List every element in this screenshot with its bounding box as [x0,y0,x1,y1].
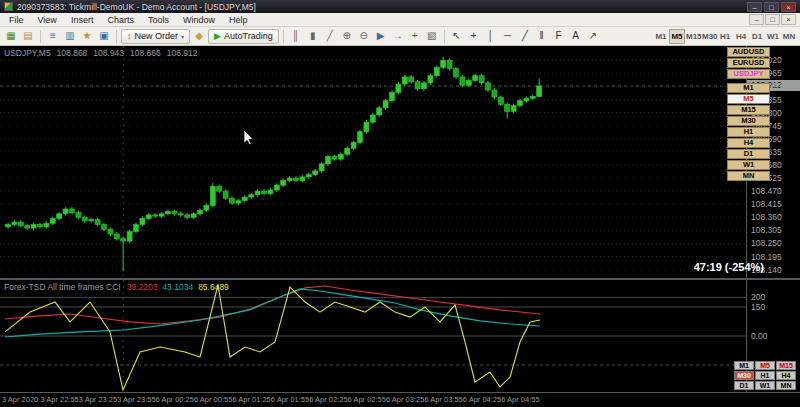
menu-window[interactable]: Window [176,14,222,26]
menu-insert[interactable]: Insert [64,14,101,26]
indicator-tf-button-mn[interactable]: MN [776,381,796,390]
side-timeframe-button-h4[interactable]: H4 [727,138,770,148]
zoom-in-icon[interactable]: ⊕ [339,29,355,44]
vertical-line-tool-icon[interactable]: │ [483,29,499,44]
price-chart: USDJPY,M5 108.868 108.943 108.866 108.91… [0,46,800,278]
terminal-icon[interactable]: ▣ [96,29,112,44]
menu-charts[interactable]: Charts [100,14,141,26]
menu-file[interactable]: File [2,14,31,26]
price-axis-label: 108.305 [751,225,782,235]
toolbar-timeframe-w1[interactable]: W1 [765,29,781,44]
time-axis-label: 3 Apr 23:25 [79,395,117,404]
cursor-tool-icon[interactable]: ↖ [449,29,465,44]
templates-icon[interactable]: ▧ [424,29,440,44]
menu-bar: FileViewInsertChartsToolsWindowHelp – □ … [0,13,800,27]
channel-tool-icon[interactable]: ‖ [534,29,550,44]
metaeditor-icon[interactable]: ◆ [191,29,207,44]
app-icon [4,2,13,11]
maximize-button[interactable]: □ [764,2,779,12]
chart-minimize-button[interactable]: – [749,14,764,25]
side-timeframe-button-h1[interactable]: H1 [727,127,770,137]
indicator-tf-button-h1[interactable]: H1 [755,371,775,380]
arrows-tool-icon[interactable]: ↗ [585,29,601,44]
toolbar-separator [116,30,117,43]
menu-tools[interactable]: Tools [141,14,176,26]
toolbar-timeframe-m1[interactable]: M1 [653,29,669,44]
menu-view[interactable]: View [31,14,64,26]
ohlc-low: 108.866 [130,48,161,58]
toolbar-separator [283,30,284,43]
indicator-tf-button-m5[interactable]: M5 [755,361,775,370]
indicator-tf-button-w1[interactable]: W1 [755,381,775,390]
indicator-tf-button-m30[interactable]: M30 [734,371,754,380]
chart-close-button[interactable]: × [781,14,796,25]
horizontal-line-tool-icon[interactable]: ─ [500,29,516,44]
chart-shift-icon[interactable]: → [390,29,406,44]
menu-help[interactable]: Help [222,14,255,26]
indicator-tf-button-m15[interactable]: M15 [776,361,796,370]
fibonacci-tool-icon[interactable]: F [551,29,567,44]
zoom-out-icon[interactable]: ⊖ [356,29,372,44]
time-axis-label: 6 Apr 02:55 [348,395,386,404]
indicator-tf-button-d1[interactable]: D1 [734,381,754,390]
time-axis-label: 6 Apr 04:25 [463,395,501,404]
new-order-button[interactable]: ↕New Order▾ [121,29,190,44]
toolbar-timeframe-mn[interactable]: MN [781,29,797,44]
side-timeframe-button-d1[interactable]: D1 [727,149,770,159]
side-timeframe-button-m30[interactable]: M30 [727,116,770,126]
close-button[interactable]: × [781,2,796,12]
toolbar-timeframe-m30[interactable]: M30 [701,29,717,44]
profiles-icon[interactable]: ▤ [20,29,36,44]
time-axis-label: 6 Apr 03:25 [386,395,424,404]
time-axis-label: 6 Apr 00:55 [194,395,232,404]
toolbar-timeframe-h4[interactable]: H4 [733,29,749,44]
indicator-pane: Forex-TSD All time frames CCI 39.220343.… [0,280,800,392]
symbol-button-eurusd[interactable]: EURUSD [727,58,770,68]
indicators-list-icon[interactable]: + [407,29,423,44]
time-axis-label: 6 Apr 04:55 [501,395,539,404]
indicator-axis-label: 200 [751,292,765,302]
toolbar-timeframe-h1[interactable]: H1 [717,29,733,44]
indicator-tf-button-h4[interactable]: H4 [776,371,796,380]
new-chart-icon[interactable]: ▦ [3,29,19,44]
text-tool-icon[interactable]: A [568,29,584,44]
time-axis-label: 6 Apr 02:25 [309,395,347,404]
indicator-tf-button-m1[interactable]: M1 [734,361,754,370]
autotrading-button[interactable]: ▶AutoTrading [208,29,279,44]
toolbar-timeframes: M1M5M15M30H1H4D1W1MN [653,29,797,44]
bar-chart-icon[interactable]: ║ [288,29,304,44]
minimize-button[interactable]: – [747,2,762,12]
line-chart-icon[interactable]: ╱ [322,29,338,44]
menu-items: FileViewInsertChartsToolsWindowHelp [2,14,254,26]
side-timeframe-button-m15[interactable]: M15 [727,105,770,115]
autotrading-icon: ▶ [214,31,221,41]
symbol-button-usdjpy[interactable]: USDJPY [727,69,770,79]
toolbar-timeframe-m15[interactable]: M15 [685,29,701,44]
crosshair-tool-icon[interactable]: + [466,29,482,44]
side-timeframe-button-mn[interactable]: MN [727,171,770,181]
auto-scroll-icon[interactable]: ▶ [373,29,389,44]
side-timeframe-button-w1[interactable]: W1 [727,160,770,170]
toolbar-timeframe-d1[interactable]: D1 [749,29,765,44]
title-bar: 2090373583: Tickmill-DemoUK - Demo Accou… [0,0,800,13]
side-timeframe-button-m5[interactable]: M5 [727,94,770,104]
data-window-icon[interactable]: ▥ [62,29,78,44]
mouse-cursor [243,130,255,147]
toolbar: ▦▤≡▥★▣↕New Order▾◆▶AutoTrading║▮╱⊕⊖▶→+▧↖… [0,27,800,46]
toolbar-items: ▦▤≡▥★▣↕New Order▾◆▶AutoTrading║▮╱⊕⊖▶→+▧↖… [3,29,601,44]
indicator-canvas[interactable] [0,280,746,392]
price-chart-canvas[interactable] [0,46,746,278]
chart-restore-button[interactable]: □ [765,14,780,25]
market-watch-icon[interactable]: ≡ [45,29,61,44]
symbol-button-audusd[interactable]: AUDUSD [727,47,770,57]
candlestick-chart-icon[interactable]: ▮ [305,29,321,44]
time-axis-label: 6 Apr 03:55 [424,395,462,404]
trendline-tool-icon[interactable]: ╱ [517,29,533,44]
navigator-icon[interactable]: ★ [79,29,95,44]
toolbar-timeframe-m5[interactable]: M5 [669,29,685,44]
indicator-axis-label: 150 [751,302,765,312]
time-axis-label: 3 Apr 22:55 [40,395,78,404]
side-timeframe-button-m1[interactable]: M1 [727,83,770,93]
time-axis[interactable]: 3 Apr 20203 Apr 22:553 Apr 23:253 Apr 23… [0,392,800,407]
application-window: 2090373583: Tickmill-DemoUK - Demo Accou… [0,0,800,407]
